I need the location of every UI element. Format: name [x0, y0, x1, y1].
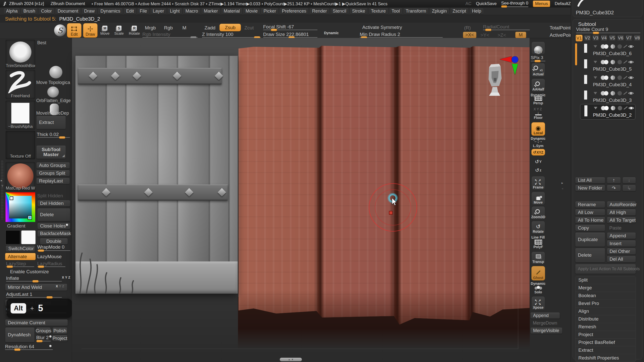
- axis-x-gizmo-icon[interactable]: [500, 56, 512, 62]
- see-through-knob[interactable]: [501, 5, 507, 8]
- bpr-button[interactable]: BPR: [531, 41, 545, 55]
- inflate-knob[interactable]: [32, 280, 39, 283]
- append-button[interactable]: Append: [607, 232, 636, 239]
- local-button[interactable]: ◉ Local: [531, 122, 545, 136]
- extract-button[interactable]: Extract: [36, 116, 66, 129]
- subtool-row-selected[interactable]: PM3D_Cube3D_2: [580, 104, 635, 120]
- menu-material[interactable]: Material: [222, 8, 242, 14]
- vis-button-v2[interactable]: V2: [584, 35, 591, 41]
- thick-knob[interactable]: [59, 136, 65, 139]
- groups-split-button[interactable]: Groups Split: [36, 170, 70, 176]
- subtool-list-scrollbar[interactable]: [575, 43, 577, 65]
- lazy-radius-knob[interactable]: [38, 265, 44, 268]
- paste-button[interactable]: Paste: [607, 224, 636, 231]
- thick-slider[interactable]: Thick 0.02: [37, 132, 70, 138]
- move-button[interactable]: M Move: [99, 24, 111, 37]
- draw-size-dynamic-toggle[interactable]: Dynamic: [324, 31, 339, 35]
- menu-zscript[interactable]: Zscript: [451, 8, 468, 14]
- color-picker[interactable]: [6, 192, 35, 222]
- del-hidden-button[interactable]: Del Hidden: [37, 200, 70, 207]
- xpose-button[interactable]: ↖↗↙↘ Xpose: [531, 296, 545, 310]
- vis-button-v7[interactable]: V7: [625, 35, 632, 41]
- material-thumbnail[interactable]: MatCap Red Wax: [6, 162, 35, 191]
- spix-slider[interactable]: SPix 3: [531, 55, 545, 61]
- focal-shift-slider[interactable]: Focal Shift -67: [263, 24, 317, 30]
- lazy-step-slider[interactable]: LazyStep: [6, 261, 34, 267]
- action-extract[interactable]: Extract: [575, 346, 636, 354]
- brush-thumbnail-freehand[interactable]: FreeHand: [6, 70, 35, 99]
- apply-last-action-button[interactable]: Apply Last Action To All Subtools: [575, 264, 636, 274]
- wrap-mode-knob[interactable]: [38, 249, 44, 252]
- ghost-button[interactable]: Ghost: [531, 266, 545, 281]
- close-holes-button[interactable]: Close Holes: [37, 223, 70, 229]
- rotate-z-button[interactable]: ↺ z: [531, 167, 545, 174]
- wrap-mode-slider[interactable]: WrapMode 0: [37, 244, 70, 251]
- focal-shift-knob[interactable]: [271, 29, 277, 31]
- xyz-button[interactable]: ↺ XYZ: [531, 149, 545, 156]
- menu-draw[interactable]: Draw: [82, 8, 97, 14]
- tray-expand-down-icon[interactable]: ▼: [1, 184, 4, 188]
- subtool-row[interactable]: PM3D_Cube3D_5: [580, 58, 635, 73]
- vis-button-v1[interactable]: V1: [576, 35, 583, 41]
- document-canvas[interactable]: ▲ ▼: [72, 38, 530, 362]
- vis-button-v3[interactable]: V3: [592, 35, 599, 41]
- move-down-button[interactable]: ↓: [622, 177, 636, 184]
- visible-count-slider[interactable]: Visible Count 9: [576, 27, 640, 33]
- mirror-and-weld-button[interactable]: Mirror And Weld XYZ: [5, 284, 67, 291]
- zadd-button[interactable]: Zadd: [202, 25, 217, 31]
- adjust-last-slider[interactable]: AdjustLast 1: [6, 292, 62, 298]
- menu-dynamics[interactable]: Dynamics: [98, 8, 122, 14]
- decimate-current-button[interactable]: Decimate Current: [5, 319, 68, 326]
- all-to-target-button[interactable]: All To Target: [607, 217, 636, 223]
- dynamesh-polish-button[interactable]: Polish: [52, 327, 67, 334]
- axis-x[interactable]: X: [62, 276, 65, 279]
- dynamesh-blur-slider[interactable]: Blur 2: [36, 335, 51, 341]
- radial-count-knob[interactable]: [485, 29, 492, 31]
- new-folder-button[interactable]: New Folder: [575, 185, 605, 191]
- copy-button[interactable]: Copy: [575, 224, 605, 231]
- menu-marker[interactable]: Marker: [202, 8, 220, 14]
- axis-y-gizmo-icon[interactable]: [512, 64, 518, 75]
- dynamesh-blur-knob[interactable]: [36, 340, 43, 342]
- action-split[interactable]: Split: [575, 276, 636, 284]
- move-up-button[interactable]: ↑: [607, 177, 621, 184]
- menu-layer[interactable]: Layer: [151, 8, 166, 14]
- duplicate-button[interactable]: Duplicate: [575, 232, 605, 247]
- rotate-y-button[interactable]: ↺ Y: [531, 158, 545, 165]
- split-hidden-button[interactable]: Split Hidden: [37, 193, 63, 199]
- left-tray-scrollbar[interactable]: [1, 160, 4, 220]
- rename-button[interactable]: Rename: [575, 201, 605, 208]
- material-ball-icon[interactable]: S: [54, 24, 66, 37]
- alpha-thumbnail[interactable]: ~BrushAlpha: [6, 101, 35, 130]
- replay-last-button[interactable]: ReplayLast: [36, 178, 70, 184]
- menu-transform[interactable]: Transform: [404, 8, 428, 14]
- dynamesh-groups-button[interactable]: Groups: [36, 327, 51, 334]
- switch-color-button[interactable]: SwitchColor: [6, 245, 35, 252]
- symmetry-r-toggle[interactable]: (R): [464, 25, 471, 31]
- menu-movie[interactable]: Movie: [244, 8, 260, 14]
- merge-down-button[interactable]: MergeDown: [530, 320, 560, 326]
- axis-z[interactable]: Z: [68, 276, 71, 279]
- all-to-home-button[interactable]: All To Home: [575, 217, 605, 223]
- vis-button-v6[interactable]: V6: [617, 35, 624, 41]
- subtool-row[interactable]: PM3D_Cube3D_6: [580, 43, 635, 58]
- rotate-button[interactable]: R Rotate: [128, 24, 141, 37]
- action-distribute[interactable]: Distribute: [575, 315, 636, 323]
- symmetry-x-button[interactable]: >X<: [463, 32, 476, 38]
- persp-button[interactable]: Persp: [531, 97, 545, 106]
- vis-button-v4[interactable]: V4: [600, 35, 608, 41]
- rotate-canvas-button[interactable]: ↺ Rotate: [531, 221, 545, 234]
- subtool-row[interactable]: PM3D_Cube3D_3: [580, 89, 635, 105]
- transp-button[interactable]: Transp: [531, 251, 545, 264]
- lazy-radius-slider[interactable]: LazyRadius: [37, 261, 65, 267]
- vis-button-v8[interactable]: V8: [634, 35, 641, 41]
- menu-tool[interactable]: Tool: [390, 8, 402, 14]
- lsym-button[interactable]: ←¦→ L.Sym: [531, 140, 545, 148]
- z-intensity-slider[interactable]: Z Intensity 100: [202, 32, 261, 38]
- solo-button[interactable]: Solo: [531, 284, 545, 295]
- all-low-button[interactable]: All Low: [575, 209, 605, 216]
- all-high-button[interactable]: All High: [607, 209, 636, 216]
- inflate-slider[interactable]: Inflate: [6, 276, 62, 282]
- draw-button[interactable]: Draw: [83, 23, 98, 38]
- menu-light[interactable]: Light: [168, 8, 182, 14]
